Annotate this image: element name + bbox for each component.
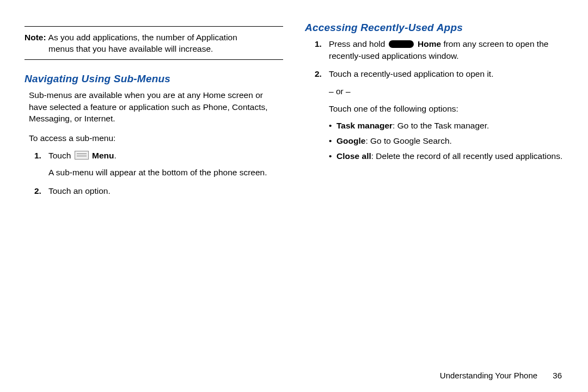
bullet-close-all: • Close all: Delete the record of all re… [329, 150, 564, 162]
bullet-google: • Google: Go to Google Search. [329, 135, 564, 147]
note-label: Note: [24, 32, 46, 44]
horizontal-rule-top [24, 26, 283, 27]
bullet-task-manager: • Task manager: Go to the Task manager. [329, 120, 564, 132]
home-button-icon [389, 40, 414, 48]
submenu-steps-list: 1. Touch Menu. A sub-menu will appear at… [34, 150, 283, 197]
menu-icon [75, 151, 89, 160]
step1-description: A sub-menu will appear at the bottom of … [48, 167, 283, 179]
step1-touch-menu-line: Touch Menu. [48, 150, 283, 162]
page-two-column-layout: Note: As you add applications, the numbe… [0, 0, 588, 204]
submenu-step-1: 1. Touch Menu. A sub-menu will appear at… [34, 150, 283, 179]
step1-touch-word: Touch [48, 151, 74, 160]
recent-step1-line: Press and hold Home from any screen to o… [329, 38, 564, 62]
note-text-line1: As you add applications, the number of A… [48, 32, 283, 44]
bullet-rest: : Go to the Task manager. [393, 121, 489, 130]
page-footer: Understanding Your Phone 36 [440, 371, 562, 380]
note-text-line2: menus that you have available will incre… [24, 44, 283, 55]
step1-menu-word: Menu [90, 151, 114, 160]
recent-step2-line3: Touch one of the following options: [329, 103, 564, 115]
submenu-intro-paragraph: Sub-menus are available when you are at … [29, 89, 283, 125]
step-number: 2. [315, 68, 329, 165]
bullet-dot: • [329, 150, 336, 162]
step-number: 1. [315, 38, 329, 62]
bullet-rest: : Delete the record of all recently used… [371, 151, 563, 161]
step1-period: . [114, 151, 116, 160]
note-block: Note: As you add applications, the numbe… [24, 32, 283, 55]
recent-apps-steps-list: 1. Press and hold Home from any screen t… [315, 38, 564, 166]
left-column: Note: As you add applications, the numbe… [24, 22, 283, 204]
step1-prefix: Press and hold [329, 39, 388, 48]
bullet-label: Google [336, 136, 365, 145]
access-submenu-line: To access a sub-menu: [29, 132, 283, 144]
recent-step-2: 2. Touch a recently-used application to … [315, 68, 564, 165]
recent-step-1: 1. Press and hold Home from any screen t… [315, 38, 564, 62]
bullet-dot: • [329, 120, 336, 132]
recent-step2-line1: Touch a recently-used application to ope… [329, 68, 564, 80]
recent-step2-or: – or – [329, 85, 564, 97]
step1-home-word: Home [415, 39, 441, 48]
heading-navigating-sub-menus: Navigating Using Sub-Menus [24, 73, 283, 85]
bullet-label: Close all [336, 151, 371, 161]
bullet-rest: : Go to Google Search. [365, 136, 452, 145]
right-column: Accessing Recently-Used Apps 1. Press an… [305, 22, 564, 204]
footer-section-title: Understanding Your Phone [440, 371, 537, 380]
step-number: 1. [34, 150, 48, 179]
horizontal-rule-bottom [24, 59, 283, 60]
footer-page-number: 36 [553, 371, 562, 380]
bullet-dot: • [329, 135, 336, 147]
submenu-step-2: 2. Touch an option. [34, 185, 283, 197]
options-bullet-list: • Task manager: Go to the Task manager. … [329, 120, 564, 162]
step-number: 2. [34, 185, 48, 197]
bullet-label: Task manager [336, 121, 393, 130]
heading-accessing-recent-apps: Accessing Recently-Used Apps [305, 22, 564, 34]
step2-text: Touch an option. [48, 185, 283, 197]
